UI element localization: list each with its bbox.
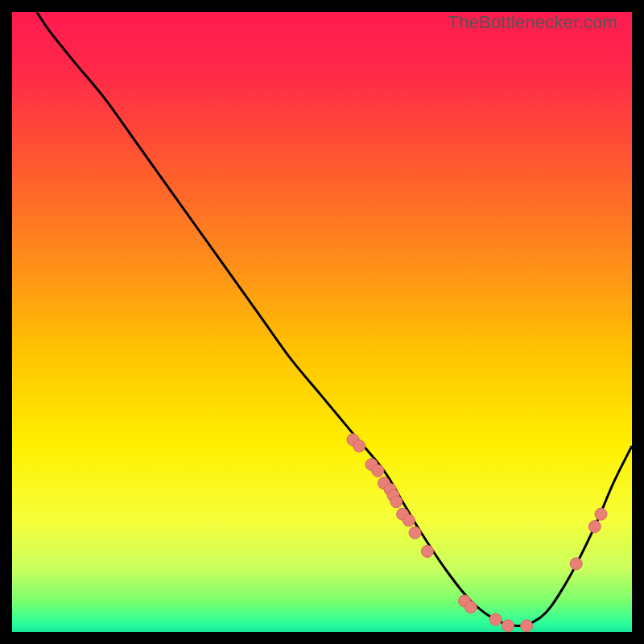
data-point (353, 440, 365, 452)
watermark-text: TheBottlenecker.com (448, 12, 617, 33)
data-point (390, 496, 402, 508)
data-point (588, 521, 601, 533)
data-point (402, 514, 415, 526)
data-point (464, 601, 477, 613)
data-point (409, 526, 421, 539)
chart-frame: TheBottlenecker.com (12, 12, 632, 632)
data-point (595, 508, 607, 520)
data-point (570, 558, 582, 570)
data-point (372, 464, 384, 477)
data-point (489, 613, 502, 625)
data-point (502, 620, 514, 632)
data-point (421, 545, 433, 557)
gradient-bg (12, 12, 632, 632)
data-point (521, 620, 533, 632)
chart-svg (12, 12, 632, 632)
